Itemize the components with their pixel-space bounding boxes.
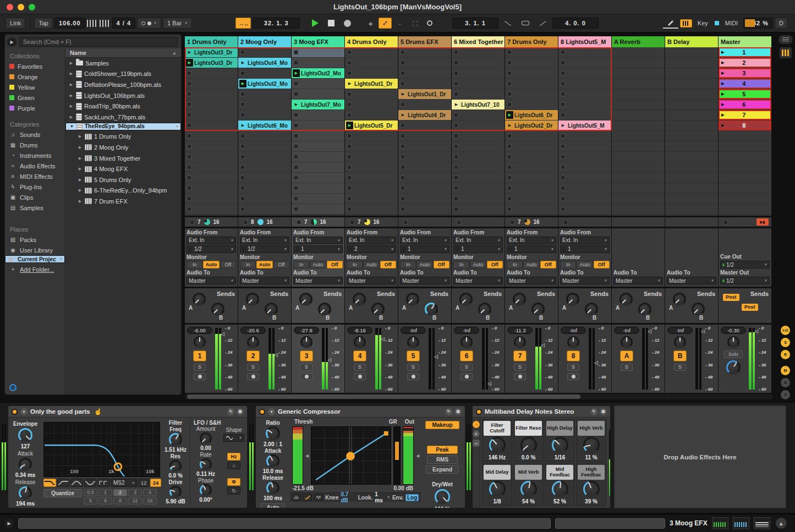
- output-select[interactable]: Master: [293, 277, 343, 284]
- spin-mode-button[interactable]: ↻: [227, 487, 240, 495]
- activity-view-icon[interactable]: [292, 494, 301, 501]
- output-select[interactable]: Master: [667, 277, 716, 284]
- clip-slot[interactable]: ▶LightsOut5_M: [558, 120, 611, 130]
- track-stop-button[interactable]: [243, 220, 248, 224]
- output-select[interactable]: Master: [613, 277, 663, 284]
- filter-display[interactable]: 100 1k 10k: [43, 422, 160, 477]
- empty-clip-slot[interactable]: [505, 152, 558, 162]
- macro-knob-high-delay[interactable]: [552, 437, 568, 453]
- send-a-knob[interactable]: [513, 293, 526, 306]
- volume-fader-handle[interactable]: ◁: [594, 360, 598, 365]
- clip-play-icon[interactable]: ▶: [453, 101, 460, 108]
- lfo-sync-mode-button[interactable]: ♪: [227, 462, 240, 469]
- empty-clip-slot[interactable]: [452, 47, 505, 57]
- slope-12-button[interactable]: 12: [138, 479, 149, 487]
- volume-value[interactable]: -6.00: [187, 327, 212, 334]
- clip-stop-icon[interactable]: [187, 186, 191, 190]
- track-activator-button[interactable]: 4: [353, 350, 366, 361]
- send-b-knob[interactable]: [211, 303, 224, 316]
- clip-stop-icon[interactable]: [294, 113, 298, 117]
- key-map-button[interactable]: Key: [694, 18, 712, 29]
- collection-yellow[interactable]: Yellow: [5, 82, 65, 92]
- empty-clip-slot[interactable]: [292, 141, 344, 151]
- pan-knob[interactable]: [460, 336, 473, 348]
- empty-clip-slot[interactable]: [558, 79, 611, 89]
- volume-value[interactable]: -0.30: [721, 327, 746, 334]
- empty-clip-slot[interactable]: [345, 141, 398, 151]
- tempo-field[interactable]: 106.00: [54, 18, 85, 29]
- device3-titlebar[interactable]: Multiband Delay Notes Stereo ↻ ▣: [473, 406, 610, 418]
- collection-purple[interactable]: Purple: [5, 103, 65, 113]
- ratio-knob[interactable]: [266, 426, 280, 441]
- empty-clip-slot[interactable]: [185, 100, 238, 109]
- arm-record-button[interactable]: [567, 373, 579, 380]
- stop-button[interactable]: [324, 18, 338, 29]
- monitor-in-button[interactable]: In: [400, 261, 416, 268]
- drive-knob[interactable]: [169, 486, 182, 498]
- clip-stop-icon[interactable]: [240, 50, 245, 54]
- track-stop-button[interactable]: [190, 220, 194, 224]
- clip-stop-icon[interactable]: [187, 175, 191, 180]
- clip-stop-icon[interactable]: [294, 50, 298, 54]
- empty-clip-slot[interactable]: [292, 58, 344, 68]
- empty-clip-slot[interactable]: [558, 110, 611, 120]
- empty-clip-slot[interactable]: [345, 100, 398, 109]
- clip-stop-icon[interactable]: [454, 196, 458, 201]
- clip-stop-icon[interactable]: [561, 134, 565, 138]
- clip-stop-icon[interactable]: [187, 196, 191, 201]
- mixer-view-icon[interactable]: [780, 47, 792, 58]
- device1-titlebar[interactable]: ▼ Only the good parts ☝ ↻ ▣: [8, 406, 247, 418]
- clip-stop-icon[interactable]: [561, 186, 565, 190]
- automation-arm-button[interactable]: [379, 18, 392, 29]
- category-drums[interactable]: ▦Drums: [5, 140, 65, 150]
- empty-clip-slot[interactable]: [558, 204, 611, 214]
- solo-button[interactable]: Solo: [724, 350, 743, 358]
- clip-stop-icon[interactable]: [401, 61, 405, 65]
- empty-clip-slot[interactable]: [558, 68, 611, 78]
- input-type-select[interactable]: Ext. In: [560, 237, 610, 244]
- quantize-value-4[interactable]: 4: [143, 489, 157, 496]
- volume-value[interactable]: -11.3: [507, 327, 533, 334]
- send-b-knob[interactable]: [638, 303, 651, 316]
- empty-clip-slot[interactable]: [345, 68, 398, 78]
- file-row-5-drums-only[interactable]: ▶5 Drums Only: [65, 174, 181, 185]
- clip-play-icon[interactable]: ▶: [239, 122, 246, 129]
- expand-arrow-icon[interactable]: ▶: [78, 188, 83, 193]
- empty-clip-slot[interactable]: [558, 173, 611, 183]
- empty-clip-slot[interactable]: [185, 120, 238, 130]
- monitor-auto-button[interactable]: Auto: [523, 261, 539, 268]
- clip-stop-icon[interactable]: [347, 144, 352, 149]
- monitor-auto-button[interactable]: Auto: [470, 261, 486, 268]
- expand-arrow-icon[interactable]: ▶: [78, 167, 83, 171]
- monitor-off-button[interactable]: Off: [594, 261, 610, 268]
- master-out-select[interactable]: ‖1/2: [720, 277, 770, 284]
- clip-slot[interactable]: ▶LightsOut3_Dr: [185, 47, 238, 57]
- empty-clip-slot[interactable]: [345, 110, 398, 120]
- clip-stop-icon[interactable]: [454, 175, 458, 180]
- send-b-knob[interactable]: [692, 303, 705, 316]
- clip-stop-icon[interactable]: [507, 155, 512, 159]
- empty-clip-slot[interactable]: [558, 131, 611, 141]
- monitor-off-button[interactable]: Off: [434, 261, 449, 268]
- clip-stop-icon[interactable]: [454, 61, 458, 65]
- send-b-knob[interactable]: [478, 303, 491, 316]
- clip-stop-icon[interactable]: [454, 123, 458, 128]
- empty-clip-slot[interactable]: [398, 173, 451, 183]
- track-activator-button[interactable]: B: [673, 350, 687, 361]
- bandpass-filter-button[interactable]: [70, 479, 83, 487]
- clip-stop-icon[interactable]: [561, 102, 565, 107]
- send-b-knob[interactable]: [531, 303, 545, 316]
- empty-clip-slot[interactable]: [292, 173, 344, 183]
- browser-collapse-icon[interactable]: ▶: [7, 37, 17, 47]
- clip-stop-icon[interactable]: [240, 92, 245, 96]
- empty-clip-slot[interactable]: [345, 152, 398, 162]
- empty-clip-slot[interactable]: [292, 183, 344, 193]
- clip-slot[interactable]: ▶LightsOut6_Dr: [505, 110, 558, 120]
- empty-clip-slot[interactable]: [185, 68, 238, 78]
- clip-playing-icon[interactable]: ▶: [506, 111, 513, 119]
- clip-play-icon[interactable]: ▶: [506, 122, 513, 129]
- macro-knob-mid-verb[interactable]: [520, 481, 537, 497]
- clip-stop-icon[interactable]: [294, 134, 298, 138]
- re-enable-automation-button[interactable]: ←: [393, 18, 407, 29]
- monitor-auto-button[interactable]: Auto: [256, 261, 272, 268]
